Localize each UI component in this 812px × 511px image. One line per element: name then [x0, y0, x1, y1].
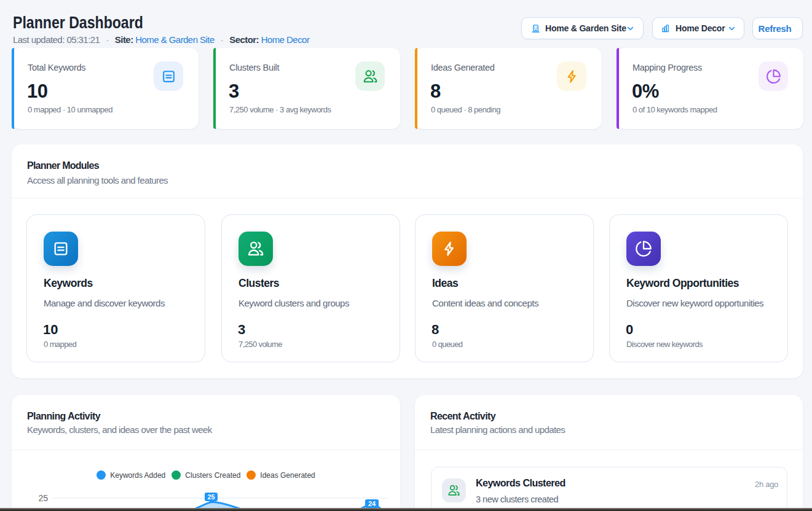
svg-text:24: 24: [368, 500, 376, 507]
svg-text:25: 25: [207, 493, 215, 501]
svg-text:25: 25: [38, 493, 48, 503]
